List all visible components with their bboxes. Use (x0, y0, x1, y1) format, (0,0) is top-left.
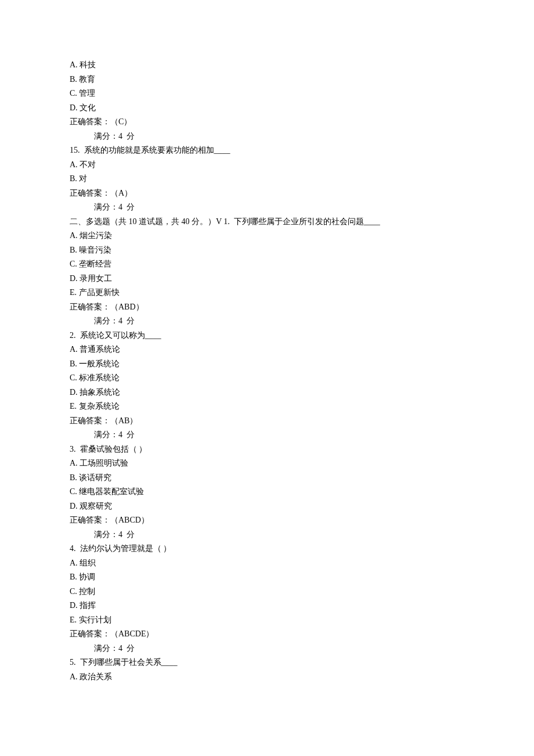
q15-score: 满分：4 分 (70, 200, 464, 215)
m2-option-a: A. 普通系统论 (70, 343, 464, 357)
m3-option-d: D. 观察研究 (70, 499, 464, 514)
m2-answer: 正确答案：（AB） (70, 414, 464, 429)
q14-answer: 正确答案：（C） (70, 115, 464, 129)
m2-option-b: B. 一般系统论 (70, 357, 464, 372)
q15-option-b: B. 对 (70, 172, 464, 186)
m5-stem: 5. 下列哪些属于社会关系____ (70, 656, 464, 670)
m3-stem: 3. 霍桑试验包括（ ） (70, 442, 464, 457)
q15-answer: 正确答案：（A） (70, 186, 464, 201)
m3-option-b: B. 谈话研究 (70, 471, 464, 485)
m4-option-a: A. 组织 (70, 556, 464, 571)
q15-stem: 15. 系统的功能就是系统要素功能的相加____ (70, 143, 464, 158)
m4-option-c: C. 控制 (70, 585, 464, 599)
m2-option-d: D. 抽象系统论 (70, 386, 464, 400)
m5-option-a: A. 政治关系 (70, 670, 464, 685)
m3-option-c: C. 继电器装配室试验 (70, 485, 464, 499)
m4-option-d: D. 指挥 (70, 599, 464, 613)
m4-score: 满分：4 分 (70, 642, 464, 656)
q14-option-c: C. 管理 (70, 87, 464, 101)
m2-option-c: C. 标准系统论 (70, 371, 464, 386)
m1-option-d: D. 录用女工 (70, 272, 464, 286)
m1-score: 满分：4 分 (70, 314, 464, 329)
q15-option-a: A. 不对 (70, 158, 464, 172)
m1-option-b: B. 噪音污染 (70, 243, 464, 258)
m3-option-a: A. 工场照明试验 (70, 456, 464, 471)
m1-option-c: C. 垄断经营 (70, 257, 464, 272)
m1-option-a: A. 烟尘污染 (70, 229, 464, 243)
m4-stem: 4. 法约尔认为管理就是（ ） (70, 542, 464, 556)
m4-option-b: B. 协调 (70, 570, 464, 585)
m1-option-e: E. 产品更新快 (70, 286, 464, 300)
m4-option-e: E. 实行计划 (70, 613, 464, 628)
m2-option-e: E. 复杂系统论 (70, 399, 464, 414)
m3-score: 满分：4 分 (70, 528, 464, 542)
m4-answer: 正确答案：（ABCDE） (70, 627, 464, 642)
q14-score: 满分：4 分 (70, 129, 464, 144)
m1-answer: 正确答案：（ABD） (70, 300, 464, 315)
q14-option-b: B. 教育 (70, 73, 464, 87)
q14-option-d: D. 文化 (70, 101, 464, 116)
m3-answer: 正确答案：（ABCD） (70, 513, 464, 528)
m2-score: 满分：4 分 (70, 428, 464, 442)
section-2-header: 二、多选题（共 10 道试题，共 40 分。）V 1. 下列哪些属于企业所引发的… (70, 215, 464, 229)
q14-option-a: A. 科技 (70, 58, 464, 73)
m2-stem: 2. 系统论又可以称为____ (70, 329, 464, 343)
